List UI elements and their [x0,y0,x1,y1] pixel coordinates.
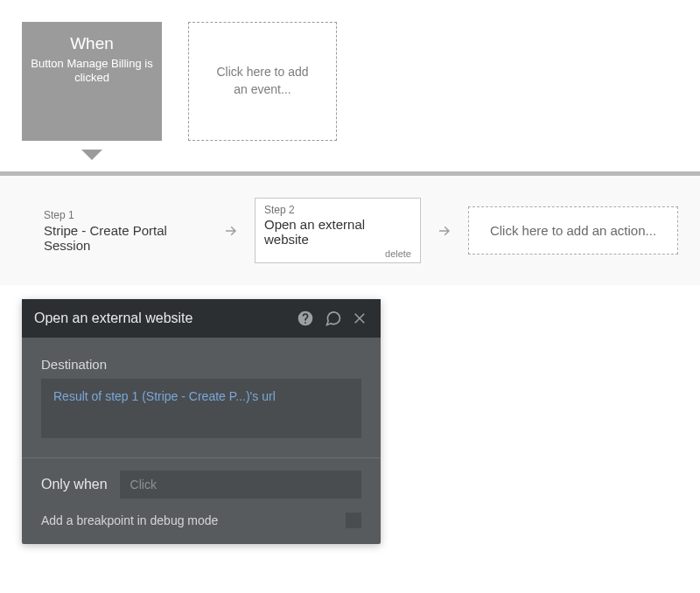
breakpoint-checkbox[interactable] [346,513,361,528]
arrow-right-icon [223,223,239,239]
arrow-right-icon [437,223,452,239]
close-icon[interactable] [353,310,368,326]
add-event-card[interactable]: Click here to add an event... [188,22,337,141]
step-number: Step 1 [44,209,207,221]
step-delete-link[interactable]: delete [264,248,411,259]
breakpoint-label: Add a breakpoint in debug mode [41,513,218,527]
comment-icon[interactable] [325,310,342,327]
event-card[interactable]: When Button Manage Billing is clicked [22,22,162,141]
event-subtitle: Button Manage Billing is clicked [31,57,153,86]
steps-strip: Step 1 Stripe - Create Portal Session St… [0,171,700,285]
step-number: Step 2 [264,204,411,216]
only-when-label: Only when [41,477,108,492]
panel-body: Destination Result of step 1 (Stripe - C… [22,338,381,544]
step-2[interactable]: Step 2 Open an external website delete [255,198,421,263]
add-action-label: Click here to add an action... [490,223,656,238]
step-1[interactable]: Step 1 Stripe - Create Portal Session [44,209,207,253]
only-when-input[interactable] [120,471,361,499]
event-title: When [70,34,114,53]
step-title: Stripe - Create Portal Session [44,223,207,253]
destination-label: Destination [41,357,361,372]
panel-header: Open an external website [22,299,381,338]
step-title: Open an external website [264,217,411,247]
panel-title: Open an external website [34,310,286,326]
events-row: When Button Manage Billing is clicked Cl… [0,0,700,141]
property-panel: Open an external website Destination Res… [22,299,381,544]
help-icon[interactable] [297,310,314,327]
add-action-card[interactable]: Click here to add an action... [468,206,678,255]
divider [22,457,381,458]
destination-expression-text: Result of step 1 (Stripe - Create P...)'… [53,389,276,403]
add-event-label: Click here to add an event... [210,64,315,98]
breakpoint-row: Add a breakpoint in debug mode [41,513,361,528]
destination-expression[interactable]: Result of step 1 (Stripe - Create P...)'… [41,379,361,438]
only-when-row: Only when [41,471,361,499]
